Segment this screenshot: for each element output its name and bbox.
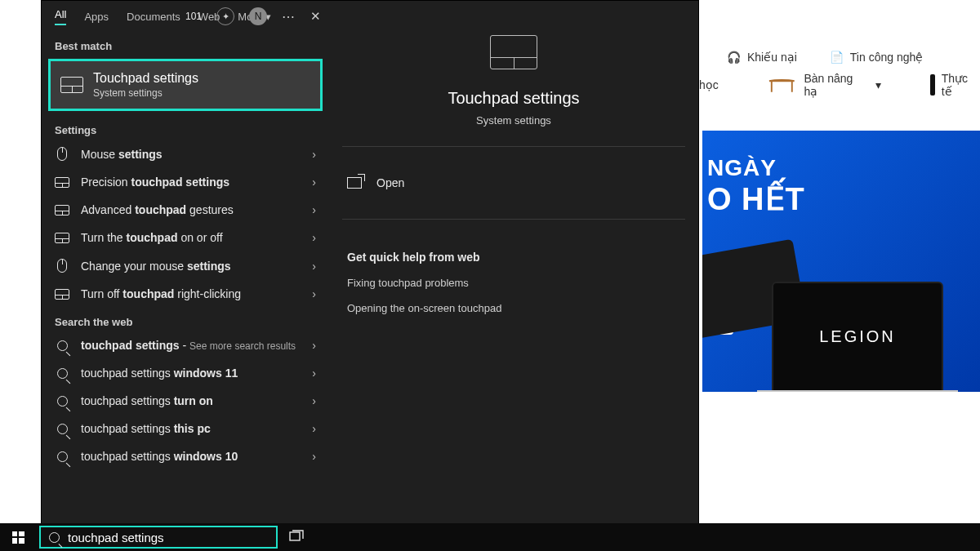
user-avatar[interactable]: N xyxy=(249,7,267,25)
result-disable-rightclick[interactable]: Turn off touchpad right-clicking› xyxy=(42,280,329,308)
chevron-right-icon: › xyxy=(312,422,316,435)
headset-icon: 🎧 xyxy=(727,51,741,64)
rewards-icon[interactable]: ✦ xyxy=(216,7,234,25)
chevron-right-icon: › xyxy=(312,287,316,300)
search-icon xyxy=(57,451,68,462)
chevron-right-icon: › xyxy=(312,367,316,380)
taskbar xyxy=(0,523,980,551)
tab-documents[interactable]: Documents xyxy=(127,11,180,23)
tab-apps[interactable]: Apps xyxy=(84,11,109,23)
touchpad-icon xyxy=(55,233,69,243)
more-options-icon[interactable]: ⋯ xyxy=(282,9,296,24)
preview-subtitle: System settings xyxy=(476,114,551,127)
tab-all[interactable]: All xyxy=(55,8,66,25)
search-icon xyxy=(57,368,68,379)
result-mouse-settings[interactable]: Mouse settings› xyxy=(42,140,329,168)
touchpad-icon xyxy=(60,77,83,93)
chevron-right-icon: › xyxy=(312,148,316,161)
chevron-right-icon: › xyxy=(312,394,316,407)
web-result-thispc[interactable]: touchpad settings this pc› xyxy=(42,415,329,442)
search-input[interactable] xyxy=(68,531,268,544)
web-result-win11[interactable]: touchpad settings windows 11› xyxy=(42,359,329,387)
touchpad-icon xyxy=(55,205,69,216)
search-icon xyxy=(49,532,60,543)
cat-hoc[interactable]: học xyxy=(699,78,719,91)
result-precision-touchpad[interactable]: Precision touchpad settings› xyxy=(42,168,329,196)
ad-banner[interactable]: NGÀY O HẾT đ LEGION xyxy=(702,131,980,392)
help-link-onscreen[interactable]: Opening the on-screen touchpad xyxy=(339,295,688,321)
chevron-right-icon: › xyxy=(312,176,316,189)
search-tabs: All Apps Documents Web More ▾ 101 ✦ N ⋯ … xyxy=(42,1,329,32)
result-toggle-touchpad[interactable]: Turn the touchpad on or off› xyxy=(42,224,329,251)
chevron-right-icon: › xyxy=(312,231,316,244)
touchpad-icon xyxy=(55,177,69,188)
browser-categories: học Bàn nâng hạ ▾ Thực tế xyxy=(699,72,980,98)
task-view-button[interactable] xyxy=(289,530,304,545)
preview-title: Touchpad settings xyxy=(448,89,579,108)
result-change-mouse[interactable]: Change your mouse settings› xyxy=(42,251,329,280)
result-advanced-gestures[interactable]: Advanced touchpad gestures› xyxy=(42,196,329,224)
rewards-count[interactable]: 101 xyxy=(185,11,202,22)
section-best-match: Best match xyxy=(42,32,329,56)
touchpad-icon xyxy=(55,289,69,300)
chevron-right-icon: › xyxy=(312,339,316,352)
cat-desk[interactable]: Bàn nâng hạ ▾ xyxy=(768,72,881,98)
laptop-product: LEGION xyxy=(772,282,943,392)
web-result-more[interactable]: touchpad settings - See more search resu… xyxy=(42,331,329,359)
help-link-fix[interactable]: Fixing touchpad problems xyxy=(339,270,688,295)
best-match-result[interactable]: Touchpad settings System settings xyxy=(48,59,323,111)
link-complaints[interactable]: 🎧Khiếu nại xyxy=(727,51,797,64)
start-search-panel: All Apps Documents Web More ▾ 101 ✦ N ⋯ … xyxy=(41,0,699,527)
chevron-right-icon: › xyxy=(312,450,316,463)
svg-rect-0 xyxy=(290,532,300,540)
search-icon xyxy=(57,424,68,434)
close-icon[interactable]: ✕ xyxy=(310,9,321,24)
section-settings: Settings xyxy=(42,116,329,140)
search-icon xyxy=(57,396,68,407)
start-button[interactable] xyxy=(0,523,36,551)
chevron-right-icon: › xyxy=(312,203,316,216)
mouse-icon xyxy=(57,259,67,273)
open-icon xyxy=(347,177,362,189)
section-web: Search the web xyxy=(42,308,329,331)
web-result-turnon[interactable]: touchpad settings turn on› xyxy=(42,387,329,415)
help-section: Get quick help from web xyxy=(339,239,688,270)
touchpad-icon xyxy=(490,35,537,69)
web-result-win10[interactable]: touchpad settings windows 10› xyxy=(42,442,329,470)
chevron-right-icon: › xyxy=(312,260,316,273)
doc-icon: 📄 xyxy=(830,51,844,64)
open-button[interactable]: Open xyxy=(339,167,688,199)
windows-icon xyxy=(12,531,24,544)
taskbar-search[interactable] xyxy=(39,526,278,549)
link-technews[interactable]: 📄Tin công nghệ xyxy=(830,51,923,64)
cat-thucte[interactable]: Thực tế xyxy=(930,72,980,98)
result-preview: Touchpad settings System settings xyxy=(339,35,688,127)
search-icon xyxy=(57,340,68,351)
mouse-icon xyxy=(57,147,67,161)
